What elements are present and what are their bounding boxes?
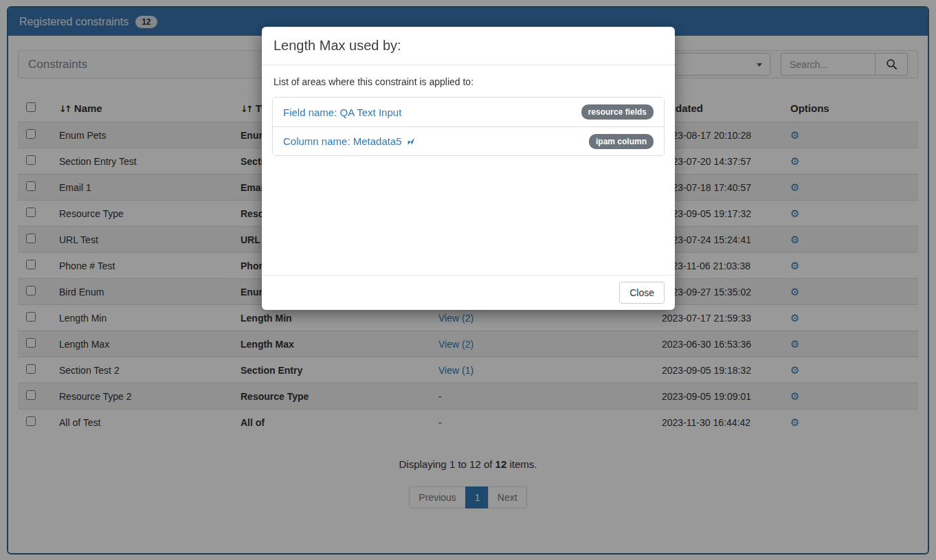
used-by-list-item: Field name: QA Text Inputresource fields: [273, 98, 664, 126]
used-by-modal: Length Max used by: List of areas where …: [262, 27, 675, 310]
modal-footer: Close: [262, 275, 675, 310]
close-button[interactable]: Close: [619, 282, 665, 304]
used-by-list-item: Column name: Metadata5ipam column: [273, 126, 664, 155]
modal-body: List of areas where this constraint is a…: [262, 65, 675, 275]
modal-title: Length Max used by:: [274, 38, 663, 54]
used-by-list: Field name: QA Text Inputresource fields…: [272, 97, 665, 156]
modal-header: Length Max used by:: [262, 27, 675, 65]
used-by-link[interactable]: Field name: QA Text Input: [283, 107, 401, 118]
modal-description: List of areas where this constraint is a…: [272, 76, 665, 87]
used-by-link[interactable]: Column name: Metadata5: [283, 135, 416, 147]
scope-badge: ipam column: [589, 134, 654, 149]
external-link-arrow-icon: [407, 137, 416, 146]
scope-badge: resource fields: [581, 104, 654, 120]
